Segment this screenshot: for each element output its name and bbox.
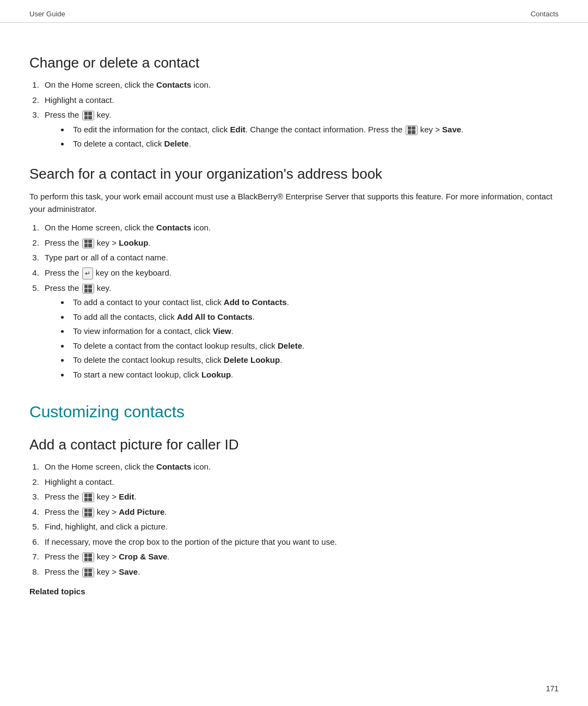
list-item: Highlight a contact. bbox=[41, 476, 559, 489]
list-item: To delete the contact lookup results, cl… bbox=[70, 354, 559, 367]
menu-key-icon bbox=[406, 125, 418, 135]
list-item: Press the key > Add Picture. bbox=[41, 506, 559, 519]
menu-key-icon bbox=[82, 111, 94, 120]
menu-key-icon bbox=[82, 284, 94, 294]
list-item: Press the ↵ key on the keyboard. bbox=[41, 267, 559, 279]
header-right: Contacts bbox=[531, 10, 559, 18]
steps-change-delete: On the Home screen, click the Contacts i… bbox=[41, 79, 559, 150]
menu-key-icon bbox=[82, 568, 94, 577]
list-item: Press the key > Save. bbox=[41, 566, 559, 579]
intro-text-search: To perform this task, your work email ac… bbox=[29, 190, 559, 216]
list-item: On the Home screen, click the Contacts i… bbox=[41, 461, 559, 473]
section-title-search: Search for a contact in your organizatio… bbox=[29, 166, 559, 182]
list-item: Press the key > Lookup. bbox=[41, 237, 559, 249]
list-item: To add all the contacts, click Add All t… bbox=[70, 311, 559, 324]
bullet-list-search: To add a contact to your contact list, c… bbox=[70, 296, 559, 381]
section-title-change-delete: Change or delete a contact bbox=[29, 54, 559, 71]
list-item: To delete a contact, click Delete. bbox=[70, 138, 559, 150]
section-title-add-picture: Add a contact picture for caller ID bbox=[29, 436, 559, 453]
list-item: Press the key > Edit. bbox=[41, 491, 559, 503]
page-number: 171 bbox=[546, 684, 559, 693]
bullet-list: To edit the information for the contact,… bbox=[70, 124, 559, 150]
menu-key-icon bbox=[82, 508, 94, 518]
list-item: To start a new contact lookup, click Loo… bbox=[70, 369, 559, 381]
menu-key-icon bbox=[82, 492, 94, 502]
list-item: To edit the information for the contact,… bbox=[70, 124, 559, 136]
list-item: Press the key > Crop & Save. bbox=[41, 551, 559, 563]
related-topics-label: Related topics bbox=[29, 587, 559, 596]
list-item: To view information for a contact, click… bbox=[70, 325, 559, 338]
menu-key-icon bbox=[82, 239, 94, 248]
list-item: To delete a contact from the contact loo… bbox=[70, 340, 559, 352]
list-item: Find, highlight, and click a picture. bbox=[41, 521, 559, 533]
list-item: Press the key. To edit the information f… bbox=[41, 109, 559, 150]
list-item: On the Home screen, click the Contacts i… bbox=[41, 222, 559, 234]
list-item: If necessary, move the crop box to the p… bbox=[41, 536, 559, 549]
list-item: Press the key. To add a contact to your … bbox=[41, 282, 559, 381]
steps-search: On the Home screen, click the Contacts i… bbox=[41, 222, 559, 381]
list-item: Highlight a contact. bbox=[41, 94, 559, 107]
enter-key-icon: ↵ bbox=[82, 267, 93, 279]
list-item: Type part or all of a contact name. bbox=[41, 252, 559, 264]
steps-add-picture: On the Home screen, click the Contacts i… bbox=[41, 461, 559, 578]
menu-key-icon bbox=[82, 552, 94, 562]
section-title-customizing: Customizing contacts bbox=[29, 403, 559, 421]
list-item: On the Home screen, click the Contacts i… bbox=[41, 79, 559, 92]
header-left: User Guide bbox=[29, 10, 65, 18]
list-item: To add a contact to your contact list, c… bbox=[70, 296, 559, 309]
